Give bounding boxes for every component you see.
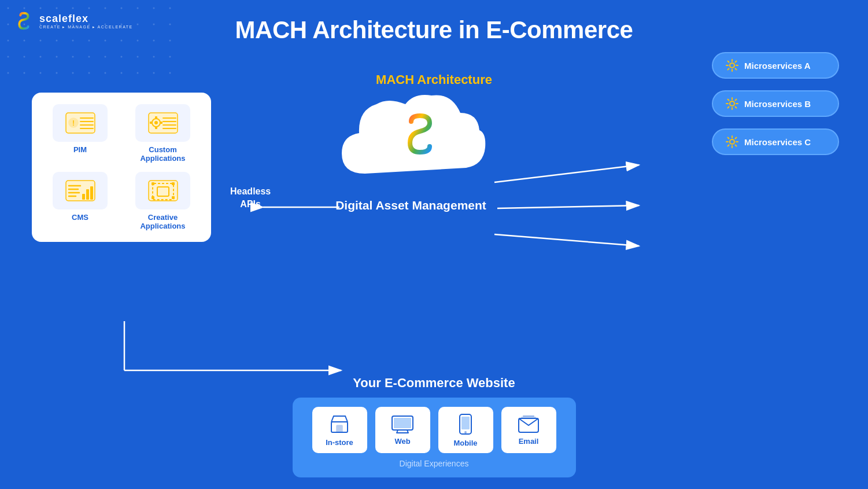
mobile-label: Mobile xyxy=(453,439,477,447)
svg-point-62 xyxy=(730,139,734,144)
in-store-icon xyxy=(329,414,350,435)
logo-icon xyxy=(12,9,36,33)
card-item-cms: CMS xyxy=(43,172,117,230)
pim-label: PIM xyxy=(73,145,87,154)
svg-line-70 xyxy=(728,145,729,146)
svg-point-20 xyxy=(154,121,158,124)
gear-icon-a xyxy=(726,59,738,72)
svg-line-52 xyxy=(728,69,729,70)
ecommerce-card: In-store Web xyxy=(293,398,576,477)
svg-rect-40 xyxy=(152,182,154,185)
svg-rect-34 xyxy=(82,194,85,200)
headless-label-line1: Headless xyxy=(230,186,271,196)
microservice-b: Microservices B xyxy=(712,90,839,117)
svg-point-53 xyxy=(730,101,734,106)
gear-icon-b xyxy=(726,97,738,110)
dam-label: Digital Asset Management xyxy=(335,198,486,212)
svg-rect-42 xyxy=(152,196,154,199)
svg-rect-21 xyxy=(155,116,157,119)
logo-tagline: CREATE ▸ MANAGE ▸ ACCELERATE xyxy=(39,25,133,30)
svg-line-51 xyxy=(736,61,737,62)
web-icon xyxy=(391,415,414,433)
svg-line-59 xyxy=(736,107,737,108)
svg-line-6 xyxy=(494,165,639,182)
channel-row: In-store Web xyxy=(312,407,556,453)
in-store-label: In-store xyxy=(326,438,353,447)
microservice-a-label: Microservices A xyxy=(744,61,811,71)
svg-rect-72 xyxy=(337,425,342,432)
creative-apps-label: Creative Applications xyxy=(126,213,200,230)
left-card: ! PIM xyxy=(32,93,211,242)
svg-rect-18 xyxy=(149,113,178,133)
custom-apps-icon-box xyxy=(135,104,190,142)
card-item-custom-apps: Custom Applications xyxy=(126,104,200,163)
svg-line-67 xyxy=(728,138,729,139)
svg-rect-35 xyxy=(86,189,89,200)
microservice-b-label: Microservices B xyxy=(744,99,811,109)
svg-line-68 xyxy=(736,145,737,146)
microservice-c-label: Microservices C xyxy=(744,137,811,147)
cloud-svg xyxy=(330,81,492,194)
svg-point-78 xyxy=(464,431,467,433)
svg-point-44 xyxy=(730,63,734,68)
svg-rect-43 xyxy=(172,196,175,199)
custom-apps-icon xyxy=(146,110,180,136)
cloud-container xyxy=(330,81,492,194)
custom-apps-label: Custom Applications xyxy=(126,145,200,163)
logo-text: scaleflex CREATE ▸ MANAGE ▸ ACCELERATE xyxy=(39,13,133,30)
channel-in-store: In-store xyxy=(312,407,367,453)
svg-line-7 xyxy=(497,205,639,208)
logo-name: scaleflex xyxy=(39,13,133,25)
email-icon xyxy=(518,415,540,433)
gear-icon-c xyxy=(726,135,738,148)
cms-icon-box xyxy=(53,172,108,209)
card-item-creative-apps: Creative Applications xyxy=(126,172,200,230)
microservice-c: Microservices C xyxy=(712,128,839,155)
svg-line-50 xyxy=(736,69,737,70)
svg-rect-77 xyxy=(461,417,470,429)
pim-icon-box: ! xyxy=(53,104,108,142)
dam-center: Digital Asset Management xyxy=(330,81,492,212)
ecommerce-title: Your E-Commerce Website xyxy=(353,376,515,391)
svg-text:!: ! xyxy=(72,119,75,127)
creative-apps-icon-box xyxy=(135,172,190,209)
svg-line-69 xyxy=(736,138,737,139)
cms-icon xyxy=(63,178,98,204)
microservice-a: Microservices A xyxy=(712,52,839,79)
digital-experiences-label: Digital Experiences xyxy=(400,459,469,468)
headless-label-line2: APIs xyxy=(240,199,261,209)
logo: scaleflex CREATE ▸ MANAGE ▸ ACCELERATE xyxy=(12,9,133,33)
svg-rect-24 xyxy=(160,122,162,124)
svg-rect-22 xyxy=(155,127,157,129)
svg-line-61 xyxy=(728,107,729,108)
pim-icon: ! xyxy=(63,110,98,136)
card-item-pim: ! PIM xyxy=(43,104,117,163)
creative-apps-icon xyxy=(146,178,180,204)
headless-apis: Headless APIs xyxy=(230,185,271,211)
svg-line-49 xyxy=(728,61,729,62)
email-label: Email xyxy=(519,437,539,446)
cms-label: CMS xyxy=(72,213,88,222)
web-label: Web xyxy=(394,437,410,446)
channel-mobile: Mobile xyxy=(438,407,493,453)
svg-line-58 xyxy=(728,100,729,101)
ecommerce-section: Your E-Commerce Website In-store xyxy=(293,376,576,477)
channel-web: Web xyxy=(375,407,430,453)
svg-line-60 xyxy=(736,100,737,101)
svg-rect-75 xyxy=(394,418,411,428)
mobile-icon xyxy=(459,413,472,435)
svg-rect-23 xyxy=(150,122,152,124)
svg-line-8 xyxy=(494,234,639,246)
microservices-section: Microservices A Microservices B xyxy=(712,52,839,155)
svg-rect-41 xyxy=(172,182,175,185)
svg-rect-36 xyxy=(90,186,93,200)
channel-email: Email xyxy=(501,407,556,453)
